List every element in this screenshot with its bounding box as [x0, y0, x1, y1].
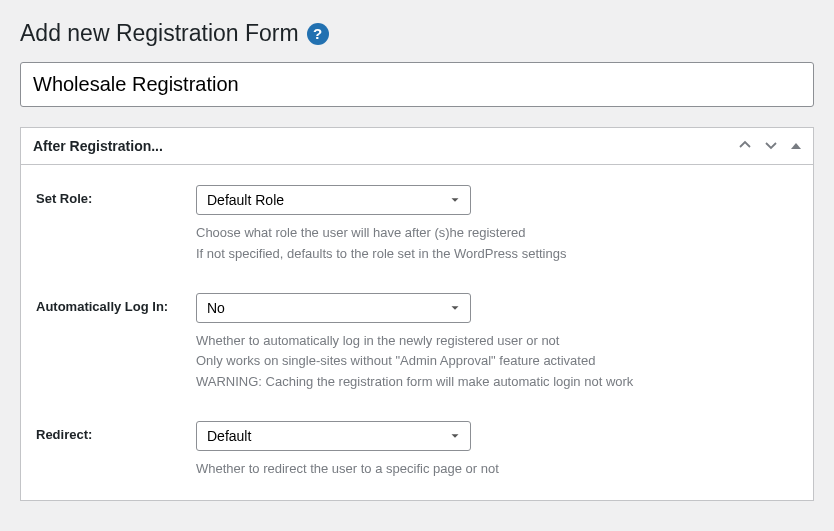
collapse-icon[interactable] — [791, 138, 801, 154]
after-registration-metabox: After Registration... Set Role: Default … — [20, 127, 814, 501]
move-down-icon[interactable] — [765, 138, 777, 154]
metabox-header: After Registration... — [21, 128, 813, 165]
page-title: Add new Registration Form ? — [20, 20, 814, 47]
redirect-row: Redirect: Default Whether to redirect th… — [36, 421, 798, 480]
redirect-help: Whether to redirect the user to a specif… — [196, 459, 798, 480]
help-icon[interactable]: ? — [307, 23, 329, 45]
set-role-row: Set Role: Default Role Choose what role … — [36, 185, 798, 265]
redirect-select[interactable]: Default — [196, 421, 471, 451]
metabox-title: After Registration... — [33, 138, 163, 154]
form-name-input[interactable] — [20, 62, 814, 107]
set-role-help: Choose what role the user will have afte… — [196, 223, 798, 265]
auto-login-help: Whether to automatically log in the newl… — [196, 331, 798, 393]
set-role-label: Set Role: — [36, 185, 196, 206]
auto-login-label: Automatically Log In: — [36, 293, 196, 314]
move-up-icon[interactable] — [739, 138, 751, 154]
metabox-controls — [739, 138, 801, 154]
metabox-body: Set Role: Default Role Choose what role … — [21, 165, 813, 500]
redirect-label: Redirect: — [36, 421, 196, 442]
auto-login-select[interactable]: No — [196, 293, 471, 323]
set-role-select[interactable]: Default Role — [196, 185, 471, 215]
auto-login-row: Automatically Log In: No Whether to auto… — [36, 293, 798, 393]
page-title-text: Add new Registration Form — [20, 20, 299, 47]
